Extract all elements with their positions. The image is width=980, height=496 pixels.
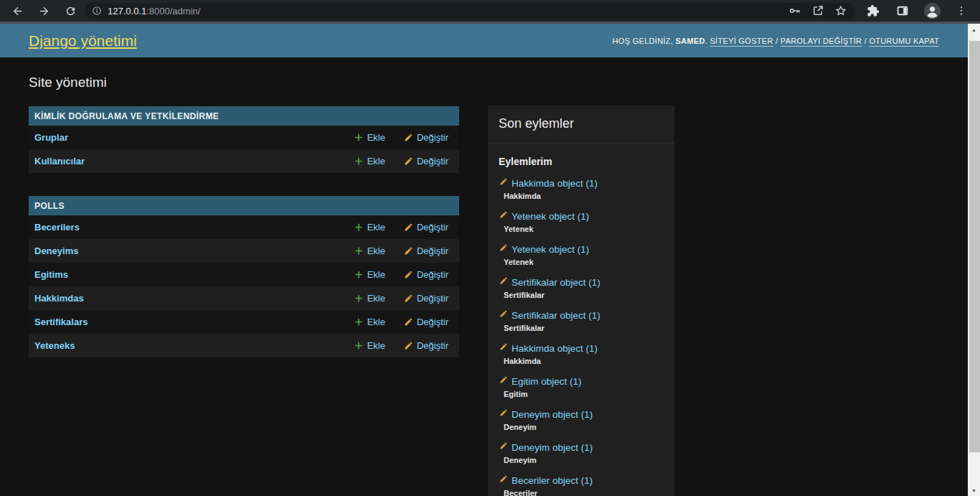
add-label: Ekle xyxy=(367,156,385,167)
recent-action-item: Beceriler object (1) Beceriler xyxy=(499,474,664,496)
change-link[interactable]: Değiştir xyxy=(404,222,448,233)
url-text[interactable]: 127.0.0.1:8000/admin/ xyxy=(108,6,788,17)
recent-action-link[interactable]: Deneyim object (1) xyxy=(512,409,593,421)
model-link[interactable]: Deneyims xyxy=(34,245,78,256)
forward-button[interactable] xyxy=(34,1,54,21)
change-pencil-icon xyxy=(404,270,413,279)
model-link[interactable]: Egitims xyxy=(34,269,68,280)
module-rows: Becerilers Ekle Değiştir Deneyims Ekle xyxy=(29,215,459,357)
recent-action-type: Sertifikalar xyxy=(504,324,664,333)
site-info-icon[interactable] xyxy=(92,6,102,16)
scroll-up-arrow[interactable]: ▲ xyxy=(968,24,980,35)
add-plus-icon xyxy=(354,223,364,232)
recent-action-link[interactable]: Yetenek object (1) xyxy=(512,211,589,223)
add-label: Ekle xyxy=(367,245,385,256)
recent-action-item: Sertifikalar object (1) Sertifikalar xyxy=(499,309,664,333)
add-link[interactable]: Ekle xyxy=(354,222,385,233)
change-pencil-icon xyxy=(404,133,413,142)
change-pencil-icon xyxy=(404,156,413,166)
model-link[interactable]: Hakkimdas xyxy=(34,293,84,304)
app-module: POLLS Becerilers Ekle Değiştir Deneyims … xyxy=(29,196,459,357)
model-link[interactable]: Kullanıcılar xyxy=(34,156,85,167)
share-icon[interactable] xyxy=(811,4,824,17)
site-administration: Site yönetimi KİMLİK DOĞRULAMA VE YETKİL… xyxy=(29,57,459,357)
model-link[interactable]: Sertifikalars xyxy=(34,317,88,327)
model-row: Hakkimdas Ekle Değiştir xyxy=(29,286,459,310)
add-label: Ekle xyxy=(367,132,385,143)
model-link[interactable]: Yeteneks xyxy=(34,340,75,351)
profile-avatar[interactable] xyxy=(922,1,942,21)
recent-action-link[interactable]: Sertifikalar object (1) xyxy=(512,310,600,322)
change-link[interactable]: Değiştir xyxy=(404,245,448,256)
recent-action-type: Yetenek xyxy=(504,225,664,234)
extensions-button[interactable] xyxy=(863,1,883,21)
recent-action-link[interactable]: Beceriler object (1) xyxy=(512,475,593,487)
admin-header: Django yönetimi HOŞ GELDİNİZ, SAMED. SİT… xyxy=(0,24,968,57)
add-plus-icon xyxy=(354,294,364,303)
model-row: Sertifikalars Ekle Değiştir xyxy=(29,310,459,334)
add-label: Ekle xyxy=(367,269,385,280)
add-link[interactable]: Ekle xyxy=(354,156,385,167)
side-panel-icon xyxy=(896,4,909,17)
change-link[interactable]: Değiştir xyxy=(404,156,448,167)
model-row: Egitims Ekle Değiştir xyxy=(29,263,459,286)
add-link[interactable]: Ekle xyxy=(354,340,385,351)
change-label: Değiştir xyxy=(417,340,448,351)
recent-action-type: Egitim xyxy=(504,390,664,399)
site-branding-link[interactable]: Django yönetimi xyxy=(29,32,137,50)
recent-action-item: Yetenek object (1) Yetenek xyxy=(499,210,664,234)
reload-icon xyxy=(65,5,77,17)
change-label: Değiştir xyxy=(417,245,448,256)
view-site-link[interactable]: SİTEYİ GÖSTER xyxy=(710,37,773,45)
model-row: Gruplar Ekle Değiştir xyxy=(29,126,459,149)
scrollbar-thumb[interactable] xyxy=(969,41,980,452)
change-pencil-icon xyxy=(404,294,413,303)
recent-action-type: Beceriler xyxy=(504,489,664,496)
bookmark-star-icon[interactable] xyxy=(834,4,847,17)
reload-button[interactable] xyxy=(60,1,80,21)
logout-link[interactable]: OTURUMU KAPAT xyxy=(869,37,939,45)
browser-menu-button[interactable] xyxy=(951,1,971,21)
my-actions-heading: Eylemlerim xyxy=(499,156,664,167)
change-link[interactable]: Değiştir xyxy=(404,317,448,327)
add-link[interactable]: Ekle xyxy=(354,293,385,304)
module-caption-link[interactable]: KİMLİK DOĞRULAMA VE YETKİLENDİRME xyxy=(34,111,219,121)
module-caption-link[interactable]: POLLS xyxy=(34,201,65,211)
add-link[interactable]: Ekle xyxy=(354,317,385,327)
change-label: Değiştir xyxy=(417,222,448,233)
address-bar[interactable]: 127.0.0.1:8000/admin/ xyxy=(85,3,856,19)
change-link[interactable]: Değiştir xyxy=(404,293,448,304)
user-tools: HOŞ GELDİNİZ, SAMED. SİTEYİ GÖSTER / PAR… xyxy=(613,37,939,45)
link-separator: / xyxy=(864,37,867,45)
add-link[interactable]: Ekle xyxy=(354,245,385,256)
change-link[interactable]: Değiştir xyxy=(404,269,448,280)
username: SAMED xyxy=(676,37,705,45)
change-password-link[interactable]: PAROLAYI DEĞİŞTİR xyxy=(781,37,862,45)
username-period: . xyxy=(705,37,707,45)
model-link[interactable]: Becerilers xyxy=(34,222,80,233)
module-rows: Gruplar Ekle Değiştir Kullanıcılar Ekle xyxy=(29,126,459,173)
back-button[interactable] xyxy=(7,1,27,21)
recent-action-item: Sertifikalar object (1) Sertifikalar xyxy=(499,276,664,300)
change-link[interactable]: Değiştir xyxy=(404,132,448,143)
page-scrollbar[interactable]: ▲ ▼ xyxy=(968,24,980,496)
changed-pencil-icon xyxy=(499,243,508,252)
recent-action-link[interactable]: Deneyim object (1) xyxy=(512,442,593,454)
add-link[interactable]: Ekle xyxy=(354,132,385,143)
password-key-icon[interactable] xyxy=(788,4,801,17)
recent-action-link[interactable]: Egitim object (1) xyxy=(512,376,582,388)
browser-toolbar: 127.0.0.1:8000/admin/ xyxy=(0,0,980,22)
change-label: Değiştir xyxy=(417,269,448,280)
side-panel-button[interactable] xyxy=(892,1,913,21)
recent-action-link[interactable]: Sertifikalar object (1) xyxy=(512,277,600,289)
recent-action-link[interactable]: Hakkimda object (1) xyxy=(512,178,598,189)
url-host: 127.0.0.1 xyxy=(108,6,146,17)
module-caption: KİMLİK DOĞRULAMA VE YETKİLENDİRME xyxy=(29,106,459,126)
change-link[interactable]: Değiştir xyxy=(404,340,448,351)
recent-action-type: Yetenek xyxy=(504,258,664,267)
scroll-down-arrow[interactable]: ▼ xyxy=(968,485,980,496)
model-link[interactable]: Gruplar xyxy=(34,132,68,143)
recent-action-link[interactable]: Yetenek object (1) xyxy=(512,244,589,256)
recent-action-link[interactable]: Hakkimda object (1) xyxy=(512,343,598,355)
add-link[interactable]: Ekle xyxy=(354,269,385,280)
